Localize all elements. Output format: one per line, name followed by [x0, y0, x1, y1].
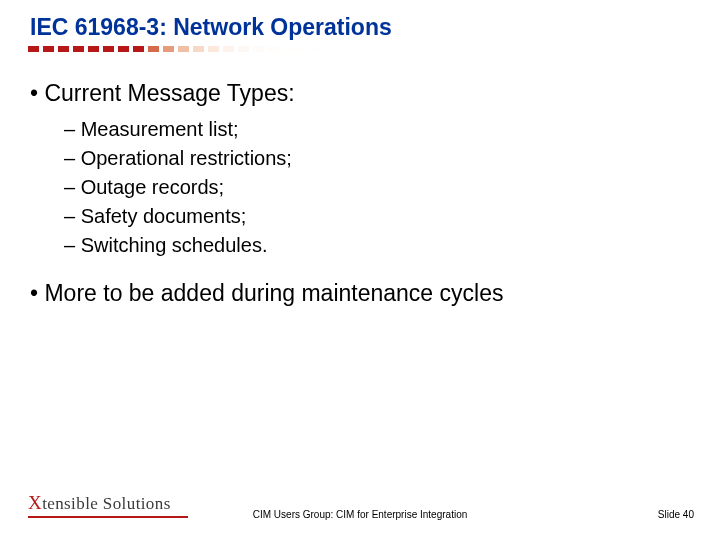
sublist: Measurement list; Operational restrictio…: [64, 115, 690, 260]
bullet-level1: More to be added during maintenance cycl…: [30, 278, 690, 309]
bullet-level2: Outage records;: [64, 173, 690, 202]
slide-title: IEC 61968-3: Network Operations: [30, 14, 392, 41]
bullet-level2: Operational restrictions;: [64, 144, 690, 173]
footer-center: CIM Users Group: CIM for Enterprise Inte…: [0, 509, 720, 520]
slide-number: Slide 40: [658, 509, 694, 520]
bullet-level2: Measurement list;: [64, 115, 690, 144]
bullet-level1: Current Message Types:: [30, 78, 690, 109]
slide-body: Current Message Types: Measurement list;…: [30, 78, 690, 315]
bullet-level2: Safety documents;: [64, 202, 690, 231]
title-underline: [28, 46, 358, 52]
bullet-level2: Switching schedules.: [64, 231, 690, 260]
